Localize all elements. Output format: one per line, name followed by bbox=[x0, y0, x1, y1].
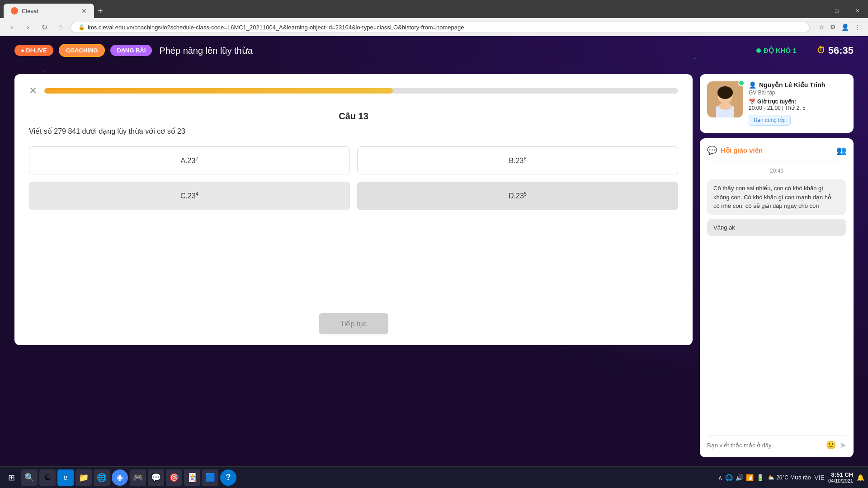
chat-icon: 💬 bbox=[707, 145, 717, 155]
option-b[interactable]: B.236 bbox=[357, 146, 678, 174]
start-button[interactable]: ⊞ bbox=[4, 470, 19, 485]
top-navigation-bar: ● DI-LIVE COACHING DẠNG BÀI Phép nâng lê… bbox=[0, 36, 868, 65]
group-icon[interactable]: 👥 bbox=[836, 145, 846, 155]
forward-button[interactable]: › bbox=[22, 21, 34, 33]
bookmark-button[interactable]: ☆ bbox=[817, 22, 826, 33]
chat-input[interactable] bbox=[707, 442, 822, 449]
teacher-card: 👤 Nguyễn Lê Kiều Trinh GV Bài tập 📅 Giờ … bbox=[700, 74, 854, 133]
taskbar: ⊞ 🔍 ⧉ e 📁 🌐 ◉ 🎮 💬 🎯 🃏 🟦 ? ∧ 🌐 🔊 📶 🔋 ⛅ 26… bbox=[0, 466, 868, 488]
chrome-icon[interactable]: 🌐 bbox=[94, 469, 110, 486]
reload-button[interactable]: ↻ bbox=[38, 21, 51, 33]
options-grid: A.237 B.236 C.234 D.235 bbox=[29, 146, 678, 210]
classmate-button[interactable]: Bạn cùng lớp bbox=[749, 115, 791, 126]
system-tray: ∧ 🌐 🔊 📶 🔋 bbox=[718, 474, 764, 481]
volume-icon[interactable]: 🔊 bbox=[736, 474, 743, 481]
game-icon-1[interactable]: 🎮 bbox=[130, 469, 146, 486]
notification-icon[interactable]: 🔔 bbox=[857, 474, 864, 481]
home-button[interactable]: ⌂ bbox=[54, 21, 67, 33]
language-indicator[interactable]: VIE bbox=[814, 474, 825, 481]
option-d[interactable]: D.235 bbox=[357, 182, 678, 210]
timer-value: 56:35 bbox=[828, 45, 854, 56]
quiz-header: ✕ bbox=[29, 85, 678, 97]
chat-header: 💬 Hỏi giáo viên 👥 bbox=[707, 145, 846, 160]
wifi-icon[interactable]: 📶 bbox=[746, 474, 754, 481]
app-icon-misc[interactable]: 🃏 bbox=[184, 469, 200, 486]
help-icon[interactable]: ? bbox=[220, 469, 236, 486]
chat-messages: 20:43 Cô thấy con sai nhiều, con có khó … bbox=[707, 166, 846, 431]
new-tab-button[interactable]: + bbox=[94, 6, 107, 16]
file-explorer-icon[interactable]: 📁 bbox=[75, 469, 92, 486]
sidebar: 👤 Nguyễn Lê Kiều Trinh GV Bài tập 📅 Giờ … bbox=[700, 74, 854, 457]
back-button[interactable]: ‹ bbox=[5, 21, 18, 33]
teacher-schedule: 📅 Giờ trực tuyến: 20:00 - 21:00 | Thứ 2,… bbox=[749, 99, 846, 111]
weather-icon: ⛅ bbox=[768, 474, 774, 481]
continue-button[interactable]: Tiếp tục bbox=[319, 313, 389, 334]
teacher-avatar-wrapper bbox=[707, 81, 743, 117]
emoji-button[interactable]: 🙂 bbox=[826, 440, 836, 450]
teacher-message: Cô thấy con sai nhiều, con có khó khăn g… bbox=[707, 179, 846, 215]
browser-tab[interactable]: Clevai ✕ bbox=[4, 4, 94, 18]
address-bar[interactable]: 🔒 lms.clevai.edu.vn/coachings/lo?schedul… bbox=[71, 22, 810, 33]
option-c[interactable]: C.234 bbox=[29, 182, 350, 210]
up-arrow-icon[interactable]: ∧ bbox=[718, 474, 722, 481]
question-text: Viết số 279 841 dưới dạng lũy thừa với c… bbox=[29, 127, 678, 136]
quiz-panel: ✕ Câu 13 Viết số 279 841 dưới dạng lũy t… bbox=[14, 74, 693, 345]
difficulty-indicator: ĐỘ KHÓ 1 bbox=[756, 47, 797, 55]
teacher-name: Nguyễn Lê Kiều Trinh bbox=[759, 81, 825, 89]
progress-bar-fill bbox=[44, 88, 393, 94]
dang-bai-badge: DẠNG BÀI bbox=[110, 45, 152, 56]
schedule-time: 20:00 - 21:00 | Thứ 2, 5 bbox=[749, 105, 806, 111]
option-a[interactable]: A.237 bbox=[29, 146, 350, 174]
search-taskbar-icon[interactable]: 🔍 bbox=[21, 469, 38, 486]
clock-time: 8:51 CH bbox=[828, 471, 853, 478]
lesson-title: Phép nâng lên lũy thừa bbox=[159, 45, 253, 56]
send-button[interactable]: ➤ bbox=[840, 440, 846, 450]
chat-input-row: 🙂 ➤ bbox=[707, 435, 846, 450]
difficulty-dot bbox=[756, 48, 761, 53]
weather-info: ⛅ 26°C Mưa rào bbox=[768, 474, 811, 481]
calendar-icon: 📅 bbox=[749, 99, 755, 105]
menu-button[interactable]: ⋮ bbox=[853, 22, 863, 33]
security-lock-icon: 🔒 bbox=[78, 24, 85, 30]
teacher-avatar bbox=[707, 81, 743, 117]
url-text: lms.clevai.edu.vn/coachings/lo?schedule-… bbox=[88, 24, 464, 31]
question-number: Câu 13 bbox=[339, 111, 368, 122]
progress-bar-container bbox=[44, 88, 678, 94]
close-quiz-button[interactable]: ✕ bbox=[29, 85, 37, 97]
teacher-role: GV Bài tập bbox=[749, 89, 846, 96]
taskbar-right: ∧ 🌐 🔊 📶 🔋 ⛅ 26°C Mưa rào VIE 8:51 CH 04/… bbox=[718, 471, 864, 483]
clock-date: 04/10/2021 bbox=[828, 478, 853, 483]
svg-point-4 bbox=[719, 103, 731, 110]
live-badge: ● DI-LIVE bbox=[14, 45, 53, 56]
chrome-active-icon[interactable]: ◉ bbox=[112, 469, 128, 486]
edge-icon[interactable]: e bbox=[57, 469, 74, 486]
teacher-info: 👤 Nguyễn Lê Kiều Trinh GV Bài tập 📅 Giờ … bbox=[749, 81, 846, 126]
network-icon[interactable]: 🌐 bbox=[725, 474, 733, 481]
weather-temp: 26°C bbox=[776, 474, 788, 481]
close-button[interactable]: ✕ bbox=[847, 4, 868, 18]
timer-icon: ⏱ bbox=[816, 45, 826, 56]
chat-title: Hỏi giáo viên bbox=[721, 146, 763, 155]
chat-timestamp: 20:43 bbox=[707, 168, 846, 174]
chat-panel: 💬 Hỏi giáo viên 👥 20:43 Cô thấy con sai … bbox=[700, 138, 854, 457]
weather-desc: Mưa rào bbox=[790, 474, 811, 481]
online-indicator bbox=[738, 80, 745, 86]
extensions-button[interactable]: ⚙ bbox=[828, 22, 838, 33]
game-icon-2[interactable]: 🎯 bbox=[166, 469, 182, 486]
timer-display: ⏱ 56:35 bbox=[816, 45, 854, 56]
difficulty-label: ĐỘ KHÓ 1 bbox=[764, 47, 797, 55]
coaching-badge: COACHING bbox=[59, 44, 105, 57]
tab-title: Clevai bbox=[22, 8, 78, 14]
maximize-button[interactable]: □ bbox=[826, 4, 847, 18]
taskview-icon[interactable]: ⧉ bbox=[39, 469, 56, 486]
minimize-button[interactable]: ─ bbox=[806, 4, 826, 18]
system-clock[interactable]: 8:51 CH 04/10/2021 bbox=[828, 471, 853, 483]
blocks-icon[interactable]: 🟦 bbox=[202, 469, 218, 486]
schedule-label: Giờ trực tuyến: bbox=[757, 99, 796, 105]
tab-close-btn[interactable]: ✕ bbox=[81, 7, 87, 14]
svg-point-2 bbox=[717, 86, 733, 99]
profile-button[interactable]: 👤 bbox=[840, 22, 851, 33]
user-message: Vâng ak bbox=[707, 219, 846, 237]
messenger-icon[interactable]: 💬 bbox=[148, 469, 164, 486]
battery-icon[interactable]: 🔋 bbox=[756, 474, 764, 481]
